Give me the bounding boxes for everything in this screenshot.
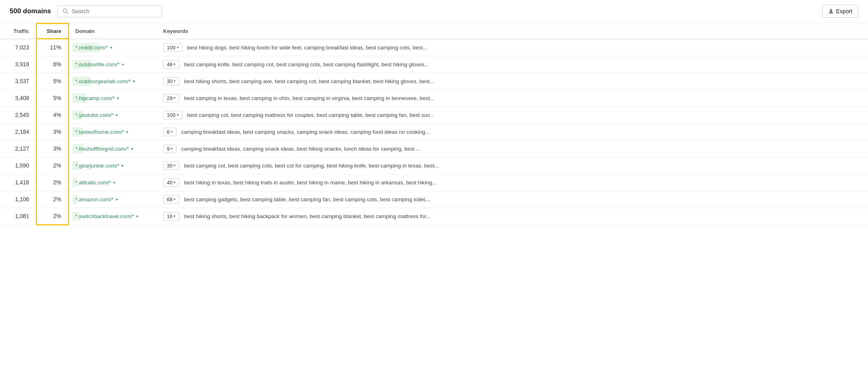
keywords-cell: 30 ▾ best hiking shorts, best camping ax… xyxy=(157,73,868,90)
search-input[interactable] xyxy=(72,8,157,14)
col-header-share: Share xyxy=(36,24,68,39)
keywords-text: camping breakfast ideas, best camping sn… xyxy=(181,129,430,135)
domains-table: Traffic Share Domain Keywords 7,023 11% … xyxy=(0,23,868,225)
keyword-count-badge[interactable]: 100 ▾ xyxy=(163,111,182,119)
keyword-count-badge[interactable]: 100 ▾ xyxy=(163,43,182,52)
share-cell: 3% xyxy=(36,123,68,140)
keywords-text: best camping knife, best camping cot, be… xyxy=(184,61,429,67)
traffic-cell: 3,537 xyxy=(0,73,36,90)
kw-dropdown-arrow: ▾ xyxy=(171,147,173,151)
svg-rect-2 xyxy=(829,12,833,13)
share-cell: 11% xyxy=(36,39,68,56)
search-box[interactable] xyxy=(57,5,162,17)
domain-cell: *.outdoorlife.com/* ▾ xyxy=(68,56,157,73)
keywords-cell: 30 ▾ best camping cot, best camping cots… xyxy=(157,157,868,174)
share-cell: 2% xyxy=(36,208,68,225)
domain-name: *.hipcamp.com/* xyxy=(76,95,115,101)
traffic-cell: 1,081 xyxy=(0,208,36,225)
col-header-keywords: Keywords xyxy=(157,24,868,39)
domain-dropdown-arrow[interactable]: ▾ xyxy=(117,96,119,100)
svg-line-1 xyxy=(66,12,68,14)
share-cell: 5% xyxy=(36,90,68,106)
domain-name: *.youtube.com/* xyxy=(76,112,114,118)
table-row: 1,081 2% *.switchbacktravel.com/* ▾ 16 ▾… xyxy=(0,208,868,225)
domain-dropdown-arrow[interactable]: ▾ xyxy=(116,197,118,202)
keyword-count-badge[interactable]: 46 ▾ xyxy=(163,60,179,69)
keywords-cell: 6 ▾ camping breakfast ideas, best campin… xyxy=(157,123,868,140)
export-button[interactable]: Export xyxy=(822,5,858,18)
share-cell: 3% xyxy=(36,140,68,157)
domain-dropdown-arrow[interactable]: ▾ xyxy=(126,130,128,134)
table-row: 1,590 2% *.gearjunkie.com/* ▾ 30 ▾ best … xyxy=(0,157,868,174)
keywords-text: best hiking shorts, best hiking backpack… xyxy=(184,213,430,219)
col-header-domain: Domain xyxy=(68,24,157,39)
keywords-text: best camping cot, best camping cots, bes… xyxy=(184,163,439,169)
share-cell: 6% xyxy=(36,56,68,73)
keywords-cell: 40 ▾ best hiking in texas, best hiking t… xyxy=(157,174,868,191)
domain-cell: *.outdoorgearlab.com/* ▾ xyxy=(68,73,157,90)
traffic-cell: 1,590 xyxy=(0,157,36,174)
table-row: 3,537 5% *.outdoorgearlab.com/* ▾ 30 ▾ b… xyxy=(0,73,868,90)
kw-dropdown-arrow: ▾ xyxy=(174,62,176,66)
top-bar-left: 500 domains xyxy=(10,5,162,17)
keyword-count-badge[interactable]: 6 ▾ xyxy=(163,128,176,136)
keyword-count-badge[interactable]: 30 ▾ xyxy=(163,77,179,86)
keyword-count-badge[interactable]: 68 ▾ xyxy=(163,195,179,204)
domain-name: *.tasteofhome.com/* xyxy=(76,129,125,135)
kw-dropdown-arrow: ▾ xyxy=(177,113,179,117)
kw-dropdown-arrow: ▾ xyxy=(174,197,176,201)
keywords-cell: 100 ▾ best hiking dogs, best hiking boot… xyxy=(157,39,868,56)
domain-cell: *.alltrails.com/* ▾ xyxy=(68,174,157,191)
kw-dropdown-arrow: ▾ xyxy=(174,79,176,83)
domain-dropdown-arrow[interactable]: ▾ xyxy=(121,163,123,168)
export-label: Export xyxy=(836,8,852,14)
keywords-text: best camping cot, best camping mattress … xyxy=(187,112,434,118)
keyword-count-badge[interactable]: 9 ▾ xyxy=(163,145,176,153)
table-row: 2,184 3% *.tasteofhome.com/* ▾ 6 ▾ campi… xyxy=(0,123,868,140)
keywords-text: best hiking dogs, best hiking boots for … xyxy=(187,45,427,51)
traffic-cell: 3,918 xyxy=(0,56,36,73)
domain-name: *.amazon.com/* xyxy=(76,196,114,202)
search-icon xyxy=(63,8,68,14)
top-bar: 500 domains Export xyxy=(0,0,868,23)
domain-name: *.outdoorgearlab.com/* xyxy=(76,78,131,84)
share-cell: 4% xyxy=(36,106,68,123)
keyword-count-badge[interactable]: 30 ▾ xyxy=(163,161,179,170)
keywords-text: best hiking shorts, best camping axe, be… xyxy=(184,78,434,84)
domain-name: *.freshoffthegrid.com/* xyxy=(76,146,129,152)
domain-dropdown-arrow[interactable]: ▾ xyxy=(110,45,112,50)
kw-dropdown-arrow: ▾ xyxy=(174,214,176,218)
domain-cell: *.reddit.com/* ▾ xyxy=(68,39,157,56)
keyword-count-badge[interactable]: 29 ▾ xyxy=(163,94,179,102)
kw-dropdown-arrow: ▾ xyxy=(174,180,176,184)
domain-dropdown-arrow[interactable]: ▾ xyxy=(131,147,133,151)
traffic-cell: 2,184 xyxy=(0,123,36,140)
export-icon xyxy=(828,8,834,14)
domain-cell: *.hipcamp.com/* ▾ xyxy=(68,90,157,106)
domain-cell: *.switchbacktravel.com/* ▾ xyxy=(68,208,157,225)
domain-name: *.outdoorlife.com/* xyxy=(76,61,120,67)
table-row: 1,106 2% *.amazon.com/* ▾ 68 ▾ best camp… xyxy=(0,191,868,208)
share-cell: 2% xyxy=(36,174,68,191)
keywords-cell: 46 ▾ best camping knife, best camping co… xyxy=(157,56,868,73)
domain-dropdown-arrow[interactable]: ▾ xyxy=(136,214,138,219)
domain-dropdown-arrow[interactable]: ▾ xyxy=(133,79,135,84)
domain-name: *.reddit.com/* xyxy=(76,45,108,51)
keyword-count-badge[interactable]: 40 ▾ xyxy=(163,178,179,187)
kw-dropdown-arrow: ▾ xyxy=(171,130,173,134)
domain-dropdown-arrow[interactable]: ▾ xyxy=(113,180,115,185)
table-row: 2,127 3% *.freshoffthegrid.com/* ▾ 9 ▾ c… xyxy=(0,140,868,157)
domain-count: 500 domains xyxy=(10,7,51,15)
domain-dropdown-arrow[interactable]: ▾ xyxy=(116,113,118,117)
domain-cell: *.gearjunkie.com/* ▾ xyxy=(68,157,157,174)
keyword-count-badge[interactable]: 16 ▾ xyxy=(163,212,179,221)
share-cell: 2% xyxy=(36,191,68,208)
domain-cell: *.tasteofhome.com/* ▾ xyxy=(68,123,157,140)
keywords-text: best hiking in texas, best hiking trails… xyxy=(184,180,436,186)
domain-dropdown-arrow[interactable]: ▾ xyxy=(122,62,124,67)
domain-name: *.switchbacktravel.com/* xyxy=(76,213,134,219)
table-row: 1,416 2% *.alltrails.com/* ▾ 40 ▾ best h… xyxy=(0,174,868,191)
domain-cell: *.youtube.com/* ▾ xyxy=(68,106,157,123)
keywords-text: camping breakfast ideas, camping snack i… xyxy=(181,146,421,152)
keywords-cell: 16 ▾ best hiking shorts, best hiking bac… xyxy=(157,208,868,225)
